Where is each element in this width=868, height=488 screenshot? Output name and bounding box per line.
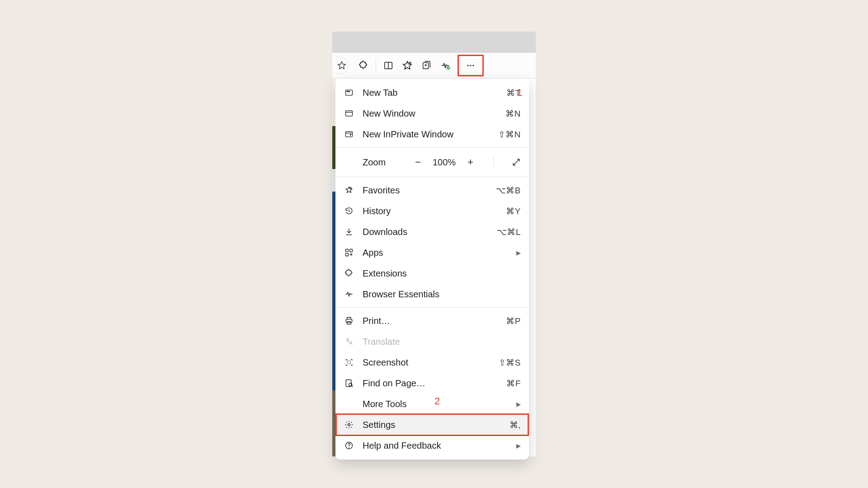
separator — [493, 155, 494, 169]
svg-point-5 — [472, 65, 474, 66]
inprivate-icon — [344, 129, 354, 140]
menu-item-shortcut: ⌘N — [505, 108, 521, 119]
menu-item-shortcut: ⇧⌘S — [499, 357, 521, 368]
zoom-in-button[interactable]: + — [467, 156, 473, 168]
annotation-2: 2 — [434, 395, 440, 407]
find-icon — [344, 378, 354, 389]
menu-help[interactable]: Help and Feedback ▸ — [335, 435, 529, 456]
chevron-right-icon: ▸ — [516, 399, 521, 409]
menu-item-shortcut: ⇧⌘N — [498, 129, 521, 140]
annotation-1: 1 — [517, 87, 522, 99]
highlight-box-1 — [458, 55, 484, 76]
zoom-value: 100% — [433, 157, 456, 168]
fullscreen-button[interactable] — [512, 158, 521, 167]
menu-new-window[interactable]: New Window ⌘N — [335, 103, 529, 124]
star-outline-icon[interactable] — [337, 61, 347, 70]
menu-item-label: Settings — [363, 420, 501, 430]
blank-icon — [344, 399, 354, 409]
svg-rect-10 — [346, 111, 353, 116]
svg-point-19 — [349, 383, 352, 386]
toolbar — [332, 53, 536, 79]
menu-item-label: Translate — [363, 337, 521, 347]
zoom-out-button[interactable]: − — [415, 156, 421, 168]
svg-point-22 — [349, 447, 349, 448]
apps-icon — [344, 247, 354, 258]
svg-rect-11 — [346, 131, 353, 137]
menu-item-shortcut: ⌘Y — [506, 206, 521, 216]
toolbar-separator — [376, 59, 376, 72]
favorites-button[interactable] — [398, 56, 417, 75]
menu-item-label: Favorites — [363, 185, 488, 196]
more-menu-button[interactable] — [461, 56, 480, 75]
new-tab-icon — [344, 87, 354, 98]
svg-rect-16 — [347, 322, 351, 324]
svg-point-9 — [349, 91, 350, 92]
svg-rect-14 — [346, 253, 349, 256]
menu-item-shortcut: ⌘, — [509, 420, 521, 430]
svg-rect-13 — [350, 249, 353, 252]
chevron-right-icon: ▸ — [516, 247, 521, 258]
menu-find[interactable]: Find on Page… ⌘F — [335, 373, 529, 394]
svg-point-8 — [348, 91, 349, 92]
menu-more-tools[interactable]: More Tools ▸ — [335, 394, 529, 414]
more-menu: New Tab ⌘T New Window ⌘N New InPrivate W… — [335, 79, 529, 460]
titlebar-area — [332, 32, 536, 53]
screenshot-icon — [344, 357, 354, 368]
menu-item-label: New Tab — [363, 88, 498, 98]
help-icon — [344, 440, 354, 451]
menu-item-label: Screenshot — [363, 357, 491, 368]
menu-item-label: Extensions — [363, 268, 521, 279]
browser-window-crop: New Tab ⌘T New Window ⌘N New InPrivate W… — [332, 32, 536, 456]
menu-essentials[interactable]: Browser Essentials — [335, 284, 529, 305]
browser-essentials-button[interactable] — [436, 56, 455, 75]
menu-item-shortcut: ⌥⌘L — [497, 227, 521, 237]
menu-print[interactable]: Print… ⌘P — [335, 310, 529, 331]
split-screen-button[interactable] — [379, 56, 398, 75]
svg-point-4 — [470, 65, 471, 66]
svg-rect-17 — [348, 361, 351, 364]
download-icon — [344, 226, 354, 237]
svg-point-20 — [348, 424, 350, 426]
menu-settings[interactable]: Settings ⌘, — [335, 414, 529, 435]
menu-extensions[interactable]: Extensions — [335, 263, 529, 284]
menu-zoom: Zoom − 100% + — [335, 150, 529, 174]
print-icon — [344, 315, 354, 326]
menu-favorites[interactable]: Favorites ⌥⌘B — [335, 180, 529, 201]
gear-icon — [344, 419, 354, 430]
zoom-label: Zoom — [363, 157, 415, 168]
history-icon — [344, 206, 354, 216]
menu-screenshot[interactable]: Screenshot ⇧⌘S — [335, 352, 529, 373]
menu-item-shortcut: ⌥⌘B — [496, 185, 521, 196]
address-bar-end — [335, 57, 349, 74]
menu-item-label: Apps — [363, 248, 508, 258]
collections-button[interactable] — [417, 56, 436, 75]
menu-item-label: Browser Essentials — [363, 289, 521, 300]
menu-item-label: Print… — [363, 316, 498, 326]
chevron-right-icon: ▸ — [516, 440, 521, 451]
menu-item-label: History — [363, 206, 498, 216]
svg-point-3 — [467, 65, 468, 66]
menu-item-shortcut: ⌘F — [506, 378, 521, 389]
menu-item-label: Downloads — [363, 227, 489, 237]
menu-item-label: Find on Page… — [363, 378, 498, 389]
menu-apps[interactable]: Apps ▸ — [335, 242, 529, 263]
menu-separator — [335, 147, 529, 148]
svg-rect-12 — [346, 249, 349, 252]
extensions-icon — [344, 268, 354, 279]
svg-point-7 — [347, 91, 348, 92]
menu-new-tab[interactable]: New Tab ⌘T — [335, 82, 529, 103]
extensions-button[interactable] — [354, 56, 373, 75]
menu-item-label: New Window — [363, 108, 497, 119]
svg-rect-6 — [346, 90, 353, 95]
heartbeat-icon — [344, 289, 354, 300]
menu-separator — [335, 177, 529, 177]
menu-downloads[interactable]: Downloads ⌥⌘L — [335, 221, 529, 242]
menu-item-label: New InPrivate Window — [363, 129, 490, 140]
menu-translate: Translate — [335, 331, 529, 352]
page-content-sliver — [332, 79, 335, 456]
translate-icon — [344, 336, 354, 347]
menu-history[interactable]: History ⌘Y — [335, 201, 529, 221]
menu-separator — [335, 307, 529, 308]
window-icon — [344, 108, 354, 119]
menu-new-inprivate[interactable]: New InPrivate Window ⇧⌘N — [335, 124, 529, 145]
